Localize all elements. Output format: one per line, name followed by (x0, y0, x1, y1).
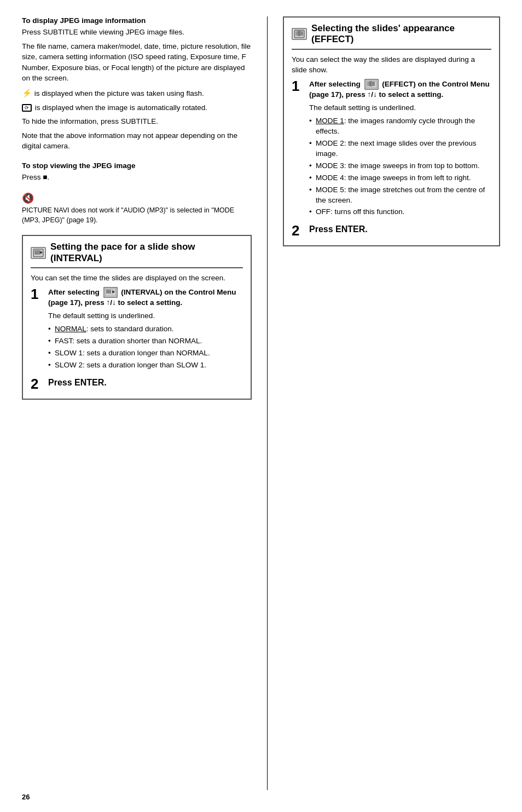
effect-step2-text: Press ENTER. (309, 223, 368, 234)
effect-mode4-desc: : the image sweeps in from left to right… (344, 174, 471, 182)
effect-step-icon (364, 79, 379, 90)
interval-fast-label: FAST (55, 337, 72, 345)
jpeg-info-para3: To hide the information, press SUBTITLE. (22, 116, 252, 127)
effect-step2-num: 2 (292, 223, 304, 238)
column-divider (267, 16, 268, 790)
jpeg-flash-text: is displayed when the picture was taken … (34, 89, 204, 97)
effect-options-list: MODE 1: the images randomly cycle throug… (309, 116, 491, 217)
effect-mode1-label: MODE 1 (316, 117, 344, 125)
effect-mode5-label: MODE 5 (316, 186, 344, 194)
interval-step2-text: Press ENTER. (48, 377, 107, 388)
interval-step1: 1 After selecting (31, 287, 243, 372)
interval-after-selecting: After selecting (48, 287, 100, 296)
effect-option-off: OFF: turns off this function. (309, 207, 491, 217)
effect-mode3-desc: : the image sweeps in from top to bottom… (344, 162, 480, 170)
jpeg-info-para4: Note that the above information may not … (22, 130, 252, 152)
jpeg-info-para1: Press SUBTITLE while viewing JPEG image … (22, 27, 252, 38)
left-column: To display JPEG image information Press … (22, 16, 252, 790)
page-number: 26 (22, 793, 30, 801)
interval-box-title: Setting the pace for a slide show (INTER… (50, 241, 243, 264)
effect-mode2-label: MODE 2 (316, 139, 344, 147)
effect-box: Selecting the slides' appearance (EFFECT… (283, 16, 500, 246)
svg-rect-1 (34, 250, 40, 255)
effect-mode4-label: MODE 4 (316, 174, 344, 182)
interval-option-slow1: SLOW 1: sets a duration longer than NORM… (48, 348, 243, 359)
svg-rect-13 (372, 82, 375, 86)
effect-off-desc: : turns off this function. (330, 208, 405, 216)
effect-mode3-label: MODE 3 (316, 162, 344, 170)
effect-default-note: The default setting is underlined. (309, 102, 491, 113)
right-column: Selecting the slides' appearance (EFFECT… (283, 16, 500, 790)
effect-option-mode2: MODE 2: the next image slides over the p… (309, 139, 491, 159)
interval-step2-num: 2 (31, 377, 43, 391)
note-section: 🔇 PICTURE NAVI does not work if "AUDIO (… (22, 192, 252, 225)
effect-option-mode1: MODE 1: the images randomly cycle throug… (309, 116, 491, 137)
effect-after-selecting: After selecting (309, 79, 361, 88)
effect-step1-title: After selecting (EFFECT) on the Control … (309, 79, 491, 100)
effect-box-title: Selecting the slides' appearance (EFFECT… (311, 23, 491, 45)
interval-step2: 2 Press ENTER. (31, 377, 243, 391)
stop-viewing-text: Press ■. (22, 172, 252, 183)
effect-step1-num: 1 (292, 79, 304, 219)
svg-rect-12 (369, 81, 372, 87)
effect-intro: You can select the way the slides are di… (292, 54, 491, 76)
svg-rect-4 (106, 290, 111, 293)
effect-option-mode4: MODE 4: the image sweeps in from left to… (309, 173, 491, 183)
interval-slow1-label: SLOW 1 (55, 349, 83, 357)
jpeg-info-section: To display JPEG image information Press … (22, 16, 252, 152)
interval-title-row: Setting the pace for a slide show (INTER… (31, 241, 243, 268)
jpeg-rotate-text: is displayed when the image is automatic… (35, 103, 207, 112)
interval-icon (31, 247, 46, 259)
rotate-icon: ⟳ (22, 104, 32, 112)
jpeg-info-para2: The file name, camera maker/model, date,… (22, 41, 252, 84)
effect-step2: 2 Press ENTER. (292, 223, 491, 238)
interval-option-normal: NORMAL: sets to standard duration. (48, 324, 243, 335)
interval-default-note: The default setting is underlined. (48, 310, 243, 321)
interval-step1-num: 1 (31, 287, 43, 372)
interval-normal-desc: : sets to standard duration. (86, 325, 174, 333)
stop-viewing-title: To stop viewing the JPEG image (22, 162, 252, 170)
interval-fast-desc: : sets a duration shorter than NORMAL. (72, 337, 202, 345)
flash-icon: ⚡ (22, 87, 32, 99)
interval-step1-content: After selecting (INTERVAL) on the Contro… (48, 287, 243, 372)
interval-step-icon (103, 287, 118, 298)
interval-option-fast: FAST: sets a duration shorter than NORMA… (48, 336, 243, 347)
effect-step1: 1 After selecting (292, 79, 491, 219)
interval-slow2-desc: : sets a duration longer than SLOW 1. (83, 361, 206, 369)
interval-slow2-label: SLOW 2 (55, 361, 83, 369)
effect-step1-content: After selecting (EFFECT) on the Control … (309, 79, 491, 219)
page: To display JPEG image information Press … (0, 0, 522, 812)
interval-normal-label: NORMAL (55, 325, 86, 333)
effect-off-label: OFF (316, 208, 330, 216)
interval-options-list: NORMAL: sets to standard duration. FAST:… (48, 324, 243, 371)
interval-option-slow2: SLOW 2: sets a duration longer than SLOW… (48, 360, 243, 371)
stop-viewing-section: To stop viewing the JPEG image Press ■. (22, 162, 252, 183)
note-icon-row: 🔇 (22, 192, 252, 206)
note-icon: 🔇 (22, 192, 34, 204)
jpeg-flash-line: ⚡ is displayed when the picture was take… (22, 87, 252, 99)
jpeg-rotate-line: ⟳ is displayed when the image is automat… (22, 102, 252, 113)
note-text: PICTURE NAVI does not work if "AUDIO (MP… (22, 206, 252, 225)
interval-box: Setting the pace for a slide show (INTER… (22, 235, 252, 399)
interval-slow1-desc: : sets a duration longer than NORMAL. (83, 349, 210, 357)
effect-option-mode5: MODE 5: the image stretches out from the… (309, 185, 491, 206)
effect-option-mode3: MODE 3: the image sweeps in from top to … (309, 161, 491, 171)
interval-step1-title: After selecting (INTERVAL) on the Contro… (48, 287, 243, 308)
interval-intro: You can set the time the slides are disp… (31, 273, 243, 284)
effect-icon (292, 28, 307, 40)
effect-title-row: Selecting the slides' appearance (EFFECT… (292, 23, 491, 50)
svg-rect-9 (300, 31, 303, 36)
jpeg-info-title: To display JPEG image information (22, 16, 252, 25)
